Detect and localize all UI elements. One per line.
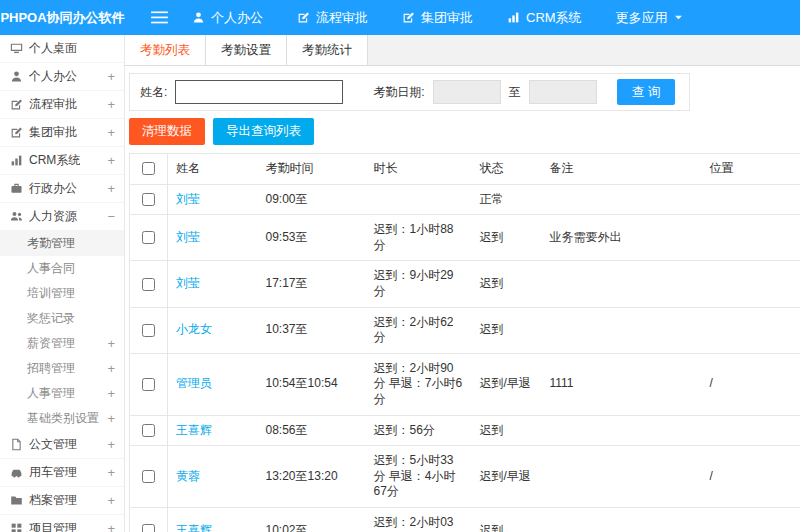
sidebar-item-15[interactable]: 基础类别设置+: [0, 406, 124, 431]
date-to-input[interactable]: [529, 80, 597, 104]
cell-duration: [366, 184, 472, 215]
row-checkbox[interactable]: [142, 193, 155, 206]
sidebar-item-10[interactable]: 培训管理: [0, 281, 124, 306]
row-select-cell: [130, 215, 168, 261]
name-filter-input[interactable]: [175, 80, 343, 104]
car-icon: [10, 466, 23, 479]
filter-bar: 姓名: 考勤日期: 至 查 询: [129, 73, 690, 111]
sidebar-item-label: 档案管理: [29, 492, 77, 509]
sidebar-item-3[interactable]: 流程审批+: [0, 91, 124, 119]
cell-location: [702, 184, 800, 215]
sidebar-item-18[interactable]: 档案管理+: [0, 487, 124, 515]
sidebar-item-label: CRM系统: [29, 152, 80, 169]
cell-duration: 迟到：5小时33分 早退：4小时67分: [366, 446, 472, 508]
column-header-5: 备注: [542, 154, 702, 185]
expand-icon[interactable]: +: [107, 98, 115, 111]
table-head: 姓名考勤时间时长状态备注位置: [130, 154, 800, 185]
sidebar-item-4[interactable]: 集团审批+: [0, 119, 124, 147]
sidebar-item-14[interactable]: 人事管理+: [0, 381, 124, 406]
cell-remark: [542, 307, 702, 353]
cell-location: /: [702, 353, 800, 415]
row-checkbox[interactable]: [142, 324, 155, 337]
export-list-button[interactable]: 导出查询列表: [213, 118, 314, 145]
row-checkbox[interactable]: [142, 424, 155, 437]
topnav-item-4[interactable]: CRM系统: [507, 9, 582, 27]
sidebar-item-7[interactable]: 人力资源−: [0, 203, 124, 231]
cell-duration: 迟到：56分: [366, 415, 472, 446]
tab-2[interactable]: 考勤设置: [206, 35, 287, 65]
tab-1[interactable]: 考勤列表: [125, 35, 206, 65]
expand-icon[interactable]: +: [107, 494, 115, 507]
cell-remark: 1111: [542, 353, 702, 415]
expand-icon[interactable]: +: [107, 412, 115, 425]
column-header-4: 状态: [472, 154, 542, 185]
cell-location: /: [702, 446, 800, 508]
sidebar-item-label: 公文管理: [29, 436, 77, 453]
cell-name: 王喜辉: [168, 415, 258, 446]
sidebar-item-6[interactable]: 行政办公+: [0, 175, 124, 203]
employee-name-link[interactable]: 刘莹: [176, 192, 200, 206]
users-icon: [10, 210, 23, 223]
row-checkbox[interactable]: [142, 524, 155, 532]
cell-status: 迟到: [472, 261, 542, 307]
cell-status: 迟到: [472, 215, 542, 261]
clean-data-button[interactable]: 清理数据: [129, 118, 205, 145]
expand-icon[interactable]: +: [107, 126, 115, 139]
sidebar-item-16[interactable]: 公文管理+: [0, 431, 124, 459]
expand-icon[interactable]: +: [107, 182, 115, 195]
expand-icon[interactable]: +: [107, 362, 115, 375]
employee-name-link[interactable]: 小龙女: [176, 322, 212, 336]
sidebar-item-label: 集团审批: [29, 124, 77, 141]
row-select-cell: [130, 261, 168, 307]
table-row: 刘莹17:17至迟到：9小时29分迟到: [130, 261, 800, 307]
table-body: 刘莹09:00至正常刘莹09:53至迟到：1小时88分迟到业务需要外出刘莹17:…: [130, 184, 800, 532]
employee-name-link[interactable]: 管理员: [176, 376, 212, 390]
expand-icon[interactable]: +: [107, 70, 115, 83]
topnav-item-3[interactable]: 集团审批: [402, 9, 473, 27]
expand-icon[interactable]: +: [107, 154, 115, 167]
cell-location: [702, 307, 800, 353]
expand-icon[interactable]: +: [107, 466, 115, 479]
briefcase-icon: [10, 182, 23, 195]
column-header-6: 位置: [702, 154, 800, 185]
topnav-item-5[interactable]: 更多应用: [616, 9, 683, 27]
row-select-cell: [130, 507, 168, 532]
sidebar-item-11[interactable]: 奖惩记录: [0, 306, 124, 331]
chart-icon: [10, 154, 23, 167]
expand-icon[interactable]: +: [107, 387, 115, 400]
row-checkbox[interactable]: [142, 278, 155, 291]
topnav-item-1[interactable]: 个人办公: [192, 9, 263, 27]
row-checkbox[interactable]: [142, 378, 155, 391]
topnav-item-label: 更多应用: [616, 9, 668, 27]
row-checkbox[interactable]: [142, 470, 155, 483]
select-all-checkbox[interactable]: [142, 162, 155, 175]
sidebar-item-8[interactable]: 考勤管理: [0, 231, 124, 256]
date-from-input[interactable]: [433, 80, 501, 104]
sidebar-item-19[interactable]: 项目管理+: [0, 515, 124, 532]
topnav-item-2[interactable]: 流程审批: [297, 9, 368, 27]
menu-icon[interactable]: [151, 11, 168, 24]
employee-name-link[interactable]: 王喜辉: [176, 523, 212, 532]
employee-name-link[interactable]: 黄蓉: [176, 469, 200, 483]
sidebar-item-13[interactable]: 招聘管理+: [0, 356, 124, 381]
topnav-item-label: CRM系统: [526, 9, 582, 27]
expand-icon[interactable]: +: [107, 522, 115, 532]
search-button[interactable]: 查 询: [617, 79, 675, 105]
sidebar-item-9[interactable]: 人事合同: [0, 256, 124, 281]
sidebar-item-2[interactable]: 个人办公+: [0, 63, 124, 91]
sidebar-item-12[interactable]: 薪资管理+: [0, 331, 124, 356]
employee-name-link[interactable]: 刘莹: [176, 276, 200, 290]
employee-name-link[interactable]: 王喜辉: [176, 423, 212, 437]
tab-3[interactable]: 考勤统计: [287, 35, 368, 65]
row-checkbox[interactable]: [142, 231, 155, 244]
collapse-icon[interactable]: −: [107, 210, 115, 223]
expand-icon[interactable]: +: [107, 337, 115, 350]
employee-name-link[interactable]: 刘莹: [176, 230, 200, 244]
sidebar-item-label: 基础类别设置: [27, 410, 99, 427]
sidebar-item-1[interactable]: 个人桌面: [0, 35, 124, 63]
app-logo[interactable]: PHPOA协同办公软件: [0, 9, 125, 27]
sidebar-item-17[interactable]: 用车管理+: [0, 459, 124, 487]
sidebar-item-5[interactable]: CRM系统+: [0, 147, 124, 175]
expand-icon[interactable]: +: [107, 438, 115, 451]
topnav-item-label: 流程审批: [316, 9, 368, 27]
